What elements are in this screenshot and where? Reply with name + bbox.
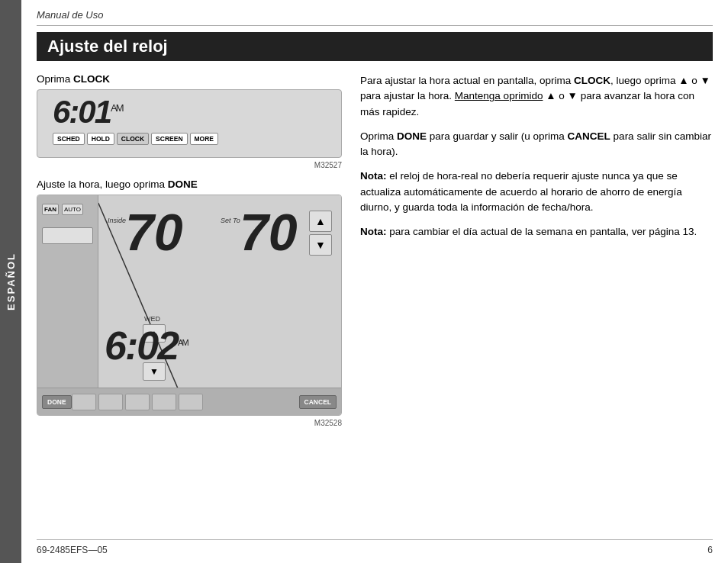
temp-down-button[interactable]: ▼ — [309, 234, 332, 256]
para2-done-bold: DONE — [397, 130, 427, 142]
thermostat2-bottom-bar: DONE CANCEL — [37, 388, 341, 415]
sidebar-label: ESPAÑOL — [5, 253, 17, 310]
inside-label: Inside — [108, 217, 126, 224]
header-title: Manual de Uso — [37, 9, 103, 21]
more-button[interactable]: MORE — [190, 133, 219, 145]
page-title: Ajuste del reloj — [37, 32, 713, 61]
model-number-1: M32527 — [37, 161, 342, 169]
section1-prefix: Oprima — [37, 73, 73, 85]
para1-clock-bold: CLOCK — [574, 75, 610, 86]
clock-display-1: 6:01AM — [53, 96, 332, 128]
arrow-buttons: ▲ ▼ — [309, 211, 332, 256]
temperature-display: Inside 70 Set To 70 ▲ ▼ — [98, 195, 341, 317]
auto-button[interactable]: AUTO — [62, 204, 83, 215]
model-number-2: M32528 — [37, 419, 342, 427]
screen-button[interactable]: SCREEN — [151, 133, 187, 145]
temp-set: 70 — [240, 206, 298, 258]
section1-bold: CLOCK — [73, 73, 110, 85]
done-button[interactable]: DONE — [42, 395, 72, 409]
section2-label: Ajuste la hora, luego oprima DONE — [37, 179, 342, 190]
thermostat2-left-panel: FAN AUTO — [37, 195, 98, 415]
section2-prefix: Ajuste la hora, luego oprima — [37, 179, 168, 190]
para1: Para ajustar la hora actual en pantalla,… — [360, 73, 713, 120]
blank-btn-3 — [125, 394, 150, 410]
blank-btn-1 — [72, 394, 96, 410]
nota2: Nota: para cambiar el día actual de la s… — [360, 224, 713, 240]
cancel-button[interactable]: CANCEL — [299, 395, 337, 409]
hold-button[interactable]: HOLD — [87, 133, 114, 145]
clock-button[interactable]: CLOCK — [117, 133, 149, 145]
blank-button — [42, 227, 93, 244]
footer: 69-2485EFS—05 6 — [37, 539, 713, 555]
thermostat1-buttons: SCHED HOLD CLOCK SCREEN MORE — [53, 133, 332, 145]
footer-left: 69-2485EFS—05 — [37, 545, 108, 555]
section1-label: Oprima CLOCK — [37, 73, 342, 85]
columns: Oprima CLOCK 6:01AM SCHED HOLD CLOCK SCR… — [37, 73, 713, 436]
para2-cancel-bold: CANCEL — [568, 130, 610, 142]
nota1: Nota: el reloj de hora-real no debería r… — [360, 169, 713, 215]
blank-btn-4 — [152, 394, 176, 410]
sidebar: ESPAÑOL — [0, 0, 21, 563]
set-to-label: Set To — [221, 217, 240, 224]
clock-display-2: 6:02AM — [105, 326, 188, 365]
day-label: WED — [144, 315, 160, 323]
clock-down-button[interactable]: ▼ — [143, 362, 166, 381]
temp-up-button[interactable]: ▲ — [309, 211, 332, 232]
para2: Oprima DONE para guardar y salir (u opri… — [360, 129, 713, 160]
fan-button[interactable]: FAN — [42, 204, 59, 215]
sched-button[interactable]: SCHED — [53, 133, 85, 145]
right-column: Para ajustar la hora actual en pantalla,… — [360, 73, 713, 436]
blank-btn-2 — [98, 394, 123, 410]
nota2-bold: Nota: — [360, 226, 387, 237]
clock-area: WED ▲ 6:02AM ▼ — [98, 314, 341, 384]
blank-btn-5 — [179, 394, 203, 410]
footer-right: 6 — [707, 545, 713, 555]
main-content: Manual de Uso Ajuste del reloj Oprima CL… — [21, 0, 728, 563]
thermostat-1: 6:01AM SCHED HOLD CLOCK SCREEN MORE — [37, 89, 342, 158]
thermostat2-inner: FAN AUTO Inside 70 Set To 70 ▲ ▼ — [37, 195, 341, 415]
temp-inside: 70 — [125, 206, 183, 258]
left-column: Oprima CLOCK 6:01AM SCHED HOLD CLOCK SCR… — [37, 73, 342, 436]
section2-bold: DONE — [168, 179, 198, 190]
manual-header: Manual de Uso — [37, 9, 713, 26]
blank-buttons — [72, 394, 203, 410]
thermostat-2: FAN AUTO Inside 70 Set To 70 ▲ ▼ — [37, 195, 342, 416]
nota1-bold: Nota: — [360, 170, 387, 182]
para1-underline: Mantenga oprimido — [455, 90, 543, 101]
